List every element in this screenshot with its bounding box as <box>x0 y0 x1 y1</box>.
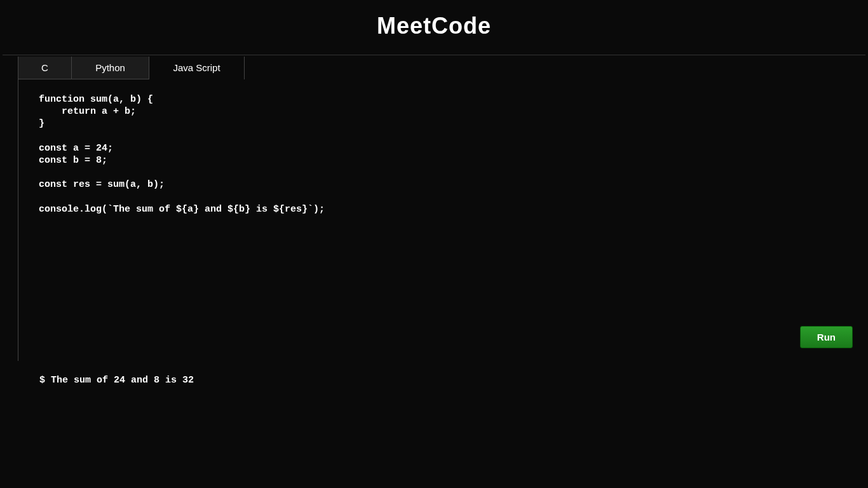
header: MeetCode <box>0 0 868 55</box>
tab-javascript[interactable]: Java Script <box>149 57 245 79</box>
code-area: function sum(a, b) { return a + b; } con… <box>18 79 868 361</box>
divider <box>3 55 865 55</box>
tab-python[interactable]: Python <box>72 57 149 79</box>
output-container[interactable]: $ The sum of 24 and 8 is 32 <box>0 361 868 485</box>
editor-container: C Python Java Script function sum(a, b) … <box>18 57 868 361</box>
run-button[interactable]: Run <box>800 326 853 348</box>
page-title: MeetCode <box>0 13 868 39</box>
tab-c[interactable]: C <box>18 57 72 79</box>
tabs: C Python Java Script <box>18 57 868 79</box>
code-editor[interactable]: function sum(a, b) { return a + b; } con… <box>18 79 868 229</box>
output-text: $ The sum of 24 and 8 is 32 <box>0 361 868 400</box>
